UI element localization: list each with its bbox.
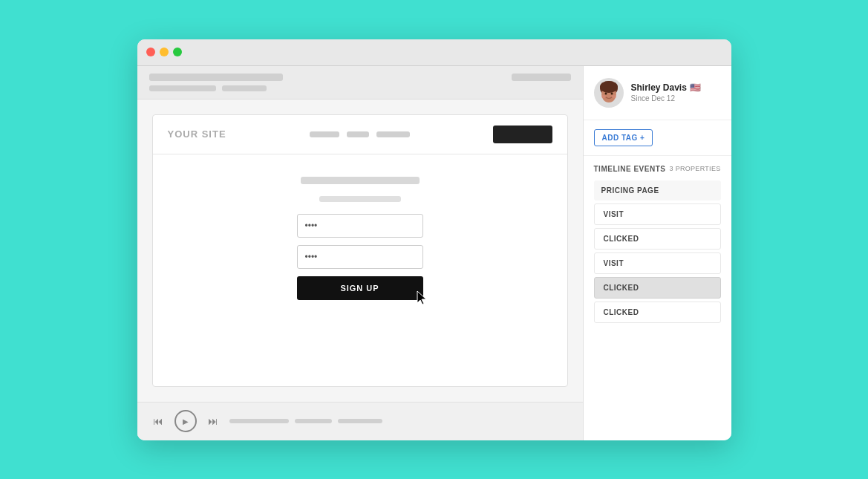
add-tag-button[interactable]: ADD TAG + [594, 129, 653, 146]
signup-button[interactable]: SIGN UP [297, 276, 423, 300]
traffic-lights [146, 48, 182, 56]
site-cta-button[interactable] [493, 126, 552, 143]
minimize-button[interactable] [160, 48, 169, 56]
signup-form: SIGN UP [297, 214, 423, 300]
site-nav-item-1 [310, 131, 339, 137]
section-label: PRICING PAGE [594, 180, 721, 201]
browser-controls [512, 74, 571, 81]
progress-bars [229, 419, 570, 423]
svg-point-5 [601, 95, 606, 98]
url-bar [149, 74, 283, 81]
event-clicked-1[interactable]: CLICKED [594, 228, 721, 250]
svg-point-4 [610, 92, 613, 94]
user-info: Shirley Davis 🇺🇸 Since Dec 12 [584, 66, 731, 120]
site-nav [238, 131, 481, 137]
right-panel: Shirley Davis 🇺🇸 Since Dec 12 ADD TAG + … [583, 66, 731, 440]
event-clicked-3[interactable]: CLICKED [594, 302, 721, 323]
bottom-controls: ⏮ ▶ ⏭ [137, 402, 583, 440]
password-field-1[interactable] [297, 214, 423, 238]
next-button[interactable]: ⏭ [206, 414, 221, 429]
titlebar [137, 39, 731, 66]
user-name: Shirley Davis 🇺🇸 [631, 82, 721, 93]
flag-icon: 🇺🇸 [690, 82, 701, 93]
site-nav-item-3 [376, 131, 410, 137]
cursor-icon [416, 290, 429, 306]
user-since: Since Dec 12 [631, 94, 721, 102]
tags-section: ADD TAG + [584, 120, 731, 156]
window-body: YOUR SITE [137, 66, 731, 440]
site-header: YOUR SITE [153, 115, 567, 154]
site-frame: YOUR SITE [152, 114, 568, 387]
svg-point-3 [604, 92, 607, 94]
timeline-header: TIMELINE EVENTS 3 PROPERTIES [594, 165, 721, 173]
avatar [594, 78, 624, 108]
site-body: SIGN UP [153, 154, 567, 386]
play-button[interactable]: ▶ [174, 410, 197, 432]
prev-button[interactable]: ⏮ [151, 414, 166, 429]
svg-point-6 [612, 95, 616, 98]
nav-tabs-row [149, 85, 571, 91]
user-details: Shirley Davis 🇺🇸 Since Dec 12 [631, 82, 721, 102]
nav-tab-2 [222, 85, 267, 91]
timeline-properties: 3 PROPERTIES [670, 165, 721, 172]
maximize-button[interactable] [173, 48, 182, 56]
progress-bar-2 [295, 419, 332, 423]
browser-chrome [137, 66, 583, 100]
event-clicked-2[interactable]: CLICKED [594, 277, 721, 299]
page-content-area: YOUR SITE [137, 100, 583, 402]
svg-point-2 [600, 81, 618, 93]
main-area: YOUR SITE [137, 66, 583, 440]
event-visit-1[interactable]: VISIT [594, 203, 721, 225]
timeline-title: TIMELINE EVENTS [594, 165, 666, 173]
site-logo: YOUR SITE [168, 128, 226, 140]
progress-bar-1 [229, 419, 289, 423]
close-button[interactable] [146, 48, 155, 56]
timeline-section: TIMELINE EVENTS 3 PROPERTIES PRICING PAG… [584, 156, 731, 440]
nav-tab-1 [149, 85, 216, 91]
event-visit-2[interactable]: VISIT [594, 252, 721, 274]
password-field-2[interactable] [297, 245, 423, 269]
progress-bar-3 [338, 419, 382, 423]
url-bar-row [149, 74, 571, 81]
form-title [301, 177, 420, 184]
form-subtitle [319, 196, 401, 202]
app-window: YOUR SITE [137, 39, 731, 440]
site-nav-item-2 [347, 131, 369, 137]
avatar-image [594, 78, 624, 108]
